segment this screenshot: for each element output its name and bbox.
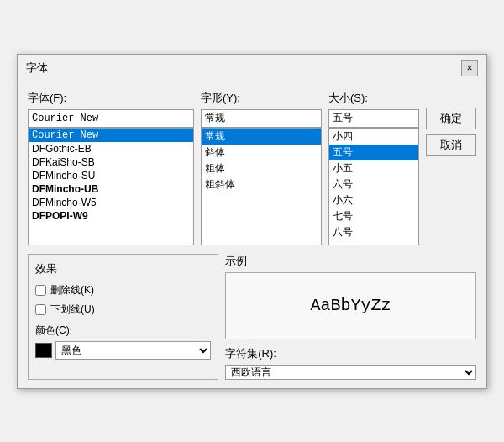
- font-name-label: 字体(F):: [28, 91, 194, 106]
- title-bar: 字体 ×: [18, 55, 486, 82]
- close-button[interactable]: ×: [461, 60, 478, 76]
- list-item[interactable]: 斜体: [202, 145, 321, 160]
- underline-row: 下划线(U): [35, 303, 211, 317]
- preview-charset-column: 示例 AaBbYyZz 字符集(R): 西欧语言: [225, 254, 476, 380]
- color-select[interactable]: 黑色: [55, 341, 211, 360]
- font-style-input[interactable]: [201, 109, 322, 128]
- list-item[interactable]: 六号: [329, 176, 418, 192]
- bottom-section: 效果 删除线(K) 下划线(U) 颜色(C): 黑色: [28, 254, 476, 380]
- font-size-column: 大小(S): 小四 五号 小五 六号 小六 七号 八号: [328, 91, 419, 245]
- list-item[interactable]: DFGothic-EB: [29, 142, 193, 155]
- preview-label: 示例: [225, 254, 476, 269]
- charset-section: 字符集(R): 西欧语言: [225, 346, 476, 380]
- font-style-column: 字形(Y): 常规 斜体 粗体 粗斜体: [201, 91, 322, 245]
- preview-section: 示例 AaBbYyZz: [225, 254, 476, 339]
- list-item[interactable]: 粗斜体: [202, 176, 321, 192]
- color-swatch: [35, 343, 52, 358]
- font-size-label: 大小(S):: [328, 91, 419, 106]
- font-style-list[interactable]: 常规 斜体 粗体 粗斜体: [201, 128, 322, 245]
- list-item[interactable]: DFMincho-W5: [29, 196, 193, 209]
- cancel-button[interactable]: 取消: [426, 134, 476, 156]
- charset-label: 字符集(R):: [225, 346, 476, 361]
- dialog-title: 字体: [26, 61, 48, 76]
- font-name-list[interactable]: Courier New DFGothic-EB DFKaiSho-SB DFMi…: [28, 128, 194, 245]
- list-item[interactable]: DFMincho-SU: [29, 169, 193, 182]
- list-item[interactable]: 常规: [202, 129, 321, 145]
- font-dialog: 字体 × 字体(F): Courier New DFGothic-EB DFKa…: [17, 54, 487, 389]
- color-label: 颜色(C):: [35, 324, 211, 338]
- underline-checkbox[interactable]: [35, 304, 46, 315]
- font-name-column: 字体(F): Courier New DFGothic-EB DFKaiSho-…: [28, 91, 194, 245]
- color-select-row: 黑色: [35, 341, 211, 360]
- top-section: 字体(F): Courier New DFGothic-EB DFKaiSho-…: [28, 91, 476, 245]
- list-item[interactable]: 小五: [329, 160, 418, 176]
- list-item[interactable]: 七号: [329, 208, 418, 224]
- charset-select[interactable]: 西欧语言: [225, 365, 476, 380]
- preview-box: AaBbYyZz: [225, 272, 476, 339]
- ok-button[interactable]: 确定: [426, 108, 476, 129]
- list-item[interactable]: DFKaiSho-SB: [29, 155, 193, 169]
- font-size-input[interactable]: [328, 109, 419, 128]
- list-item[interactable]: 小六: [329, 192, 418, 208]
- list-item[interactable]: 八号: [329, 224, 418, 240]
- effects-title: 效果: [35, 261, 211, 276]
- font-size-list[interactable]: 小四 五号 小五 六号 小六 七号 八号: [328, 128, 419, 245]
- effects-panel: 效果 删除线(K) 下划线(U) 颜色(C): 黑色: [28, 254, 218, 380]
- underline-label: 下划线(U): [50, 303, 95, 317]
- list-item[interactable]: DFPOPI-W9: [29, 209, 193, 223]
- font-style-label: 字形(Y):: [201, 91, 322, 106]
- preview-text: AaBbYyZz: [311, 296, 391, 315]
- list-item[interactable]: 小四: [329, 129, 418, 145]
- font-name-input[interactable]: [28, 109, 194, 128]
- strikethrough-label: 删除线(K): [50, 283, 94, 297]
- strikethrough-row: 删除线(K): [35, 283, 211, 297]
- strikethrough-checkbox[interactable]: [35, 285, 46, 296]
- action-buttons: 确定 取消: [426, 91, 476, 245]
- dialog-body: 字体(F): Courier New DFGothic-EB DFKaiSho-…: [18, 82, 486, 388]
- list-item[interactable]: DFMincho-UB: [29, 182, 193, 196]
- list-item[interactable]: Courier New: [29, 129, 193, 142]
- list-item[interactable]: 五号: [329, 145, 418, 160]
- list-item[interactable]: 粗体: [202, 160, 321, 176]
- color-row: 颜色(C): 黑色: [35, 324, 211, 360]
